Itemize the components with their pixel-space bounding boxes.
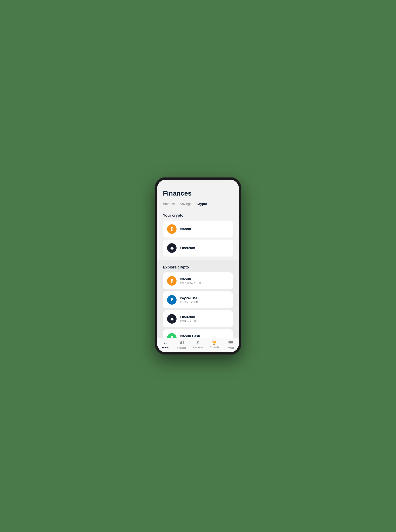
explore-bitcoin-icon: ₿ — [167, 276, 177, 286]
home-icon: ⌂ — [164, 340, 167, 346]
tab-balance[interactable]: Balance — [163, 202, 175, 208]
tabs: Balance Savings Crypto — [163, 202, 233, 208]
explore-crypto-title: Explore crypto — [163, 265, 233, 269]
svg-rect-1 — [181, 341, 182, 344]
top-area: Finances Balance Savings Crypto — [157, 180, 239, 208]
screen-content: Finances Balance Savings Crypto Your cry… — [157, 180, 239, 338]
explore-bitcoin-cash-icon: ₿ — [167, 333, 177, 338]
tab-crypto[interactable]: Crypto — [197, 202, 207, 208]
explore-paypal-card[interactable]: 𝐏 PayPal USD $1.00 / PYUSD — [163, 291, 233, 308]
explore-crypto-section: Explore crypto ₿ Bitcoin $21,110.57 / BT… — [157, 260, 239, 338]
payments-icon: $ — [197, 341, 199, 345]
svg-rect-0 — [180, 342, 181, 344]
explore-bitcoin-name: Bitcoin — [180, 277, 201, 281]
bitcoin-name: Bitcoin — [180, 227, 191, 231]
explore-ethereum-name: Ethereum — [180, 315, 197, 319]
nav-payments-label: Payments — [193, 346, 203, 349]
rewards-icon: 🏆 — [212, 341, 216, 345]
your-crypto-title: Your crypto — [163, 213, 233, 218]
phone-screen: Finances Balance Savings Crypto Your cry… — [157, 180, 239, 352]
explore-bitcoin-cash-name: Bitcoin Cash — [180, 334, 200, 338]
explore-ethereum-price: $210.57 / ETH — [180, 319, 197, 323]
your-crypto-section: Your crypto ₿ Bitcoin ◆ Ethe — [157, 208, 239, 260]
explore-bitcoin-card[interactable]: ₿ Bitcoin $21,110.57 / BTC — [163, 272, 233, 289]
bottom-nav: ⌂ Home Finances $ Payments 🏆 — [157, 338, 239, 352]
explore-paypal-price: $1.00 / PYUSD — [180, 300, 199, 304]
bitcoin-icon: ₿ — [167, 224, 177, 234]
ethereum-icon: ◆ — [167, 243, 177, 253]
your-bitcoin-card[interactable]: ₿ Bitcoin — [163, 221, 233, 238]
nav-wallet[interactable]: Wallet — [224, 340, 237, 349]
explore-bitcoin-price: $21,110.57 / BTC — [180, 281, 201, 285]
svg-rect-10 — [228, 343, 233, 343]
phone-frame: Finances Balance Savings Crypto Your cry… — [155, 177, 241, 355]
explore-bitcoin-cash-card[interactable]: ₿ Bitcoin Cash $210.57 / BTH — [163, 329, 233, 338]
finances-icon — [180, 340, 184, 346]
nav-wallet-label: Wallet — [227, 347, 234, 349]
nav-home-label: Home — [162, 346, 169, 349]
wallet-icon — [228, 340, 233, 346]
your-ethereum-card[interactable]: ◆ Ethereum — [163, 239, 233, 257]
svg-rect-2 — [183, 341, 184, 344]
nav-home[interactable]: ⌂ Home — [159, 340, 172, 349]
explore-paypal-name: PayPal USD — [180, 296, 199, 300]
nav-finances[interactable]: Finances — [175, 340, 188, 349]
ethereum-name: Ethereum — [180, 246, 195, 250]
explore-paypal-icon: 𝐏 — [167, 295, 177, 305]
nav-rewards[interactable]: 🏆 Rewards — [208, 341, 221, 348]
explore-ethereum-card[interactable]: ◆ Ethereum $210.57 / ETH — [163, 311, 233, 327]
nav-rewards-label: Rewards — [210, 346, 219, 348]
nav-payments[interactable]: $ Payments — [192, 341, 204, 349]
page-title: Finances — [163, 190, 233, 197]
explore-ethereum-icon: ◆ — [167, 314, 177, 324]
nav-finances-label: Finances — [177, 347, 186, 349]
tab-savings[interactable]: Savings — [180, 202, 192, 208]
